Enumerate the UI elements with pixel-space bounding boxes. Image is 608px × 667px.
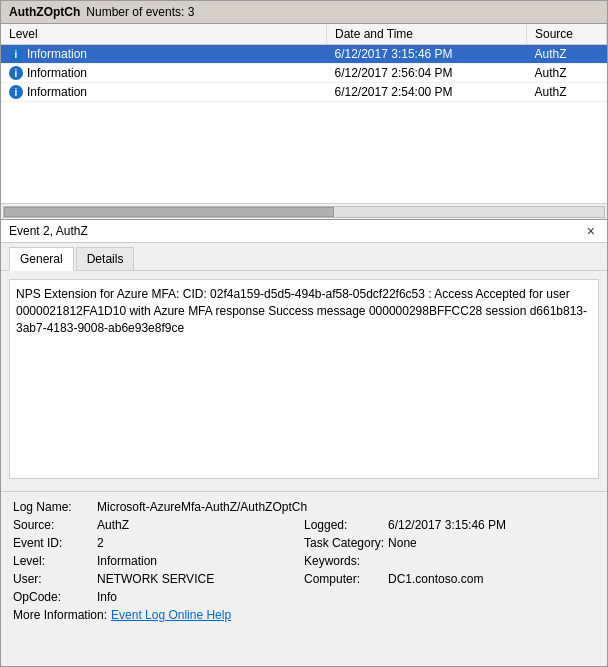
computer-value: DC1.contoso.com bbox=[388, 572, 483, 586]
opcode-value: Info bbox=[97, 590, 117, 604]
tab-bar: General Details bbox=[1, 243, 607, 271]
info-icon: i bbox=[9, 66, 23, 80]
event-message-area: NPS Extension for Azure MFA: CID: 02f4a1… bbox=[9, 279, 599, 479]
event-log-help-link[interactable]: Event Log Online Help bbox=[111, 608, 231, 622]
event-detail-panel: Event 2, AuthZ × General Details NPS Ext… bbox=[0, 220, 608, 667]
top-header: AuthZOptCh Number of events: 3 bbox=[1, 1, 607, 24]
close-button[interactable]: × bbox=[583, 224, 599, 238]
info-icon: i bbox=[9, 47, 23, 61]
keywords-row: Keywords: bbox=[304, 552, 595, 570]
event-message-text: NPS Extension for Azure MFA: CID: 02f4a1… bbox=[16, 287, 587, 335]
more-info-row: More Information: Event Log Online Help bbox=[13, 606, 595, 624]
level-label: Level: bbox=[13, 554, 93, 568]
source-label: Source: bbox=[13, 518, 93, 532]
computer-label: Computer: bbox=[304, 572, 384, 586]
event-list-panel: AuthZOptCh Number of events: 3 Level Dat… bbox=[0, 0, 608, 220]
scrollbar-thumb[interactable] bbox=[4, 207, 334, 217]
table-row[interactable]: iInformation6/12/2017 2:56:04 PMAuthZ bbox=[1, 64, 607, 83]
opcode-row: OpCode: Info bbox=[13, 588, 304, 606]
col-source: Source bbox=[527, 24, 607, 45]
computer-row: Computer: DC1.contoso.com bbox=[304, 570, 595, 588]
tab-general-label: General bbox=[20, 252, 63, 266]
log-name-title: AuthZOptCh bbox=[9, 5, 80, 19]
horizontal-scrollbar[interactable] bbox=[1, 203, 607, 219]
scrollbar-track[interactable] bbox=[3, 206, 605, 218]
log-name-row: Log Name: Microsoft-AzureMfa-AuthZ/AuthZ… bbox=[13, 498, 595, 516]
eventid-label: Event ID: bbox=[13, 536, 93, 550]
details-right-col: Logged: 6/12/2017 3:15:46 PM Task Catego… bbox=[304, 516, 595, 606]
taskcategory-row: Task Category: None bbox=[304, 534, 595, 552]
details-grid: Source: AuthZ Event ID: 2 Level: Informa… bbox=[13, 516, 595, 606]
datetime-cell: 6/12/2017 2:56:04 PM bbox=[327, 64, 527, 83]
details-left-col: Source: AuthZ Event ID: 2 Level: Informa… bbox=[13, 516, 304, 606]
log-name-value: Microsoft-AzureMfa-AuthZ/AuthZOptCh bbox=[97, 500, 307, 514]
source-value: AuthZ bbox=[97, 518, 129, 532]
tab-general[interactable]: General bbox=[9, 247, 74, 271]
taskcategory-label: Task Category: bbox=[304, 536, 384, 550]
info-icon: i bbox=[9, 85, 23, 99]
table-row[interactable]: iInformation6/12/2017 3:15:46 PMAuthZ bbox=[1, 45, 607, 64]
datetime-cell: 6/12/2017 3:15:46 PM bbox=[327, 45, 527, 64]
eventid-row: Event ID: 2 bbox=[13, 534, 304, 552]
col-level: Level bbox=[1, 24, 327, 45]
detail-header: Event 2, AuthZ × bbox=[1, 220, 607, 243]
source-row: Source: AuthZ bbox=[13, 516, 304, 534]
logged-row: Logged: 6/12/2017 3:15:46 PM bbox=[304, 516, 595, 534]
source-cell: AuthZ bbox=[527, 45, 607, 64]
logged-label: Logged: bbox=[304, 518, 384, 532]
event-table: Level Date and Time Source iInformation6… bbox=[1, 24, 607, 203]
user-row: User: NETWORK SERVICE bbox=[13, 570, 304, 588]
tab-details-label: Details bbox=[87, 252, 124, 266]
more-info-label: More Information: bbox=[13, 608, 107, 622]
datetime-cell: 6/12/2017 2:54:00 PM bbox=[327, 83, 527, 102]
user-value: NETWORK SERVICE bbox=[97, 572, 214, 586]
level-text: Information bbox=[27, 66, 87, 80]
eventid-value: 2 bbox=[97, 536, 104, 550]
event-details-section: Log Name: Microsoft-AzureMfa-AuthZ/AuthZ… bbox=[1, 491, 607, 630]
keywords-label: Keywords: bbox=[304, 554, 384, 568]
source-cell: AuthZ bbox=[527, 83, 607, 102]
log-name-label: Log Name: bbox=[13, 500, 93, 514]
col-datetime: Date and Time bbox=[327, 24, 527, 45]
user-label: User: bbox=[13, 572, 93, 586]
event-count: Number of events: 3 bbox=[86, 5, 194, 19]
level-text: Information bbox=[27, 85, 87, 99]
logged-value: 6/12/2017 3:15:46 PM bbox=[388, 518, 506, 532]
level-value: Information bbox=[97, 554, 157, 568]
taskcategory-value: None bbox=[388, 536, 417, 550]
detail-title: Event 2, AuthZ bbox=[9, 224, 88, 238]
level-text: Information bbox=[27, 47, 87, 61]
source-cell: AuthZ bbox=[527, 64, 607, 83]
level-row: Level: Information bbox=[13, 552, 304, 570]
table-row[interactable]: iInformation6/12/2017 2:54:00 PMAuthZ bbox=[1, 83, 607, 102]
tab-details[interactable]: Details bbox=[76, 247, 135, 270]
table-header-row: Level Date and Time Source bbox=[1, 24, 607, 45]
opcode-label: OpCode: bbox=[13, 590, 93, 604]
